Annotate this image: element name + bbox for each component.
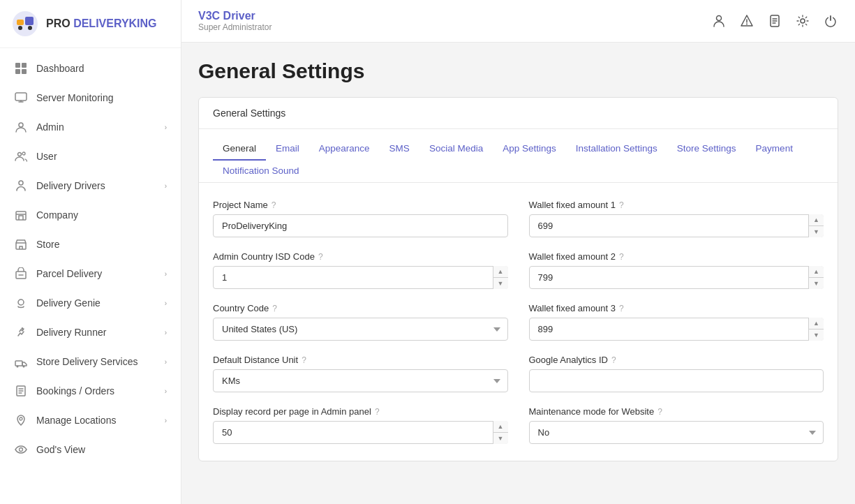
wallet-amount-1-spinner: ▲ ▼ [529, 214, 824, 237]
sidebar-item-dashboard[interactable]: Dashboard [0, 54, 181, 83]
sidebar-item-delivery-runner[interactable]: Delivery Runner › [0, 318, 181, 347]
wallet-amount-3-decrement[interactable]: ▼ [809, 329, 824, 341]
display-record-spinner-btns: ▲ ▼ [493, 421, 508, 444]
runner-icon [14, 325, 28, 339]
maintenance-mode-help-icon[interactable]: ? [657, 407, 662, 417]
admin-isd-help-icon[interactable]: ? [318, 252, 323, 262]
admin-isd-increment[interactable]: ▲ [493, 266, 508, 278]
sidebar-item-label: Delivery Genie [36, 297, 156, 309]
chevron-right-icon: › [165, 329, 167, 336]
sidebar-item-label: Company [36, 209, 167, 221]
gear-header-icon[interactable] [795, 13, 810, 29]
google-analytics-help-icon[interactable]: ? [611, 355, 616, 365]
sidebar-item-bookings-orders[interactable]: Bookings / Orders › [0, 376, 181, 406]
sidebar-item-label: Manage Locations [36, 415, 156, 426]
tab-email[interactable]: Email [266, 138, 309, 161]
svg-point-20 [17, 366, 19, 368]
wallet-amount-1-spinner-btns: ▲ ▼ [808, 214, 824, 237]
svg-point-27 [801, 19, 805, 23]
wallet-amount-2-help-icon[interactable]: ? [619, 252, 624, 262]
chevron-right-icon: › [165, 387, 167, 395]
sidebar-item-company[interactable]: Company [0, 200, 181, 230]
sidebar-item-label: Delivery Runner [36, 327, 156, 338]
admin-isd-input[interactable] [213, 266, 508, 289]
google-analytics-input[interactable] [529, 369, 824, 392]
chevron-right-icon: › [165, 182, 167, 190]
genie-icon [14, 296, 28, 310]
power-header-icon[interactable] [823, 13, 838, 29]
admin-isd-decrement[interactable]: ▼ [493, 278, 508, 289]
tab-social-media[interactable]: Social Media [419, 138, 493, 161]
wallet-amount-3-input[interactable] [529, 318, 824, 341]
tab-store-settings[interactable]: Store Settings [667, 138, 746, 161]
chevron-right-icon: › [165, 270, 167, 278]
wallet-amount-1-input[interactable] [529, 214, 824, 237]
admin-isd-spinner-btns: ▲ ▼ [493, 266, 508, 289]
sidebar-item-label: Bookings / Orders [36, 385, 156, 396]
country-code-label: Country Code ? [213, 303, 508, 313]
display-record-help-icon[interactable]: ? [375, 407, 380, 417]
maintenance-mode-select[interactable]: No Yes [529, 421, 824, 444]
sidebar-item-store-delivery[interactable]: Store Delivery Services › [0, 347, 181, 376]
user-header-icon[interactable] [711, 13, 727, 29]
svg-rect-9 [15, 93, 27, 101]
sidebar-item-admin[interactable]: Admin › [0, 112, 181, 142]
tab-installation-settings[interactable]: Installation Settings [566, 138, 667, 161]
wallet-amount-3-help-icon[interactable]: ? [619, 304, 624, 313]
settings-card-header: General Settings [199, 98, 838, 129]
country-code-help-icon[interactable]: ? [272, 304, 277, 313]
wallet-amount-1-decrement[interactable]: ▼ [809, 226, 824, 237]
wallet-amount-2-input[interactable] [529, 266, 824, 289]
sidebar-item-delivery-genie[interactable]: Delivery Genie › [0, 288, 181, 318]
distance-unit-select[interactable]: KMs Miles [213, 369, 508, 392]
header-left: V3C Driver Super Administrator [198, 10, 272, 32]
display-record-input[interactable] [213, 421, 508, 444]
display-record-label: Display record per page in Admin panel ? [213, 406, 508, 417]
tabs-container: General Email Appearance SMS Social Medi… [199, 129, 838, 183]
svg-rect-5 [15, 63, 20, 68]
svg-point-12 [22, 152, 25, 155]
sidebar-item-user[interactable]: User [0, 142, 181, 171]
admin-isd-label: Admin Country ISD Code ? [213, 251, 508, 262]
location-icon [14, 413, 28, 427]
chevron-right-icon: › [165, 358, 167, 366]
display-record-decrement[interactable]: ▼ [493, 433, 508, 444]
bookings-icon [14, 384, 28, 398]
driver-role: Super Administrator [198, 22, 272, 32]
header: V3C Driver Super Administrator [181, 0, 855, 43]
sidebar-item-manage-locations[interactable]: Manage Locations › [0, 406, 181, 435]
svg-rect-1 [17, 20, 24, 25]
wallet-amount-2-spinner: ▲ ▼ [529, 266, 824, 289]
tab-notification-sound[interactable]: Notification Sound [213, 160, 309, 183]
sidebar-item-gods-view[interactable]: God's View [0, 435, 181, 464]
tab-general[interactable]: General [213, 138, 266, 161]
project-name-input[interactable] [213, 214, 508, 237]
sidebar-item-store[interactable]: Store [0, 230, 181, 259]
tab-appearance[interactable]: Appearance [309, 138, 380, 161]
country-code-select[interactable]: United States (US) United Kingdom (UK) C… [213, 318, 508, 341]
wallet-amount-3-group: Wallet fixed amount 3 ? ▲ ▼ [529, 303, 824, 341]
sidebar-item-label: Store Delivery Services [36, 356, 156, 367]
sidebar-item-server-monitoring[interactable]: Server Monitoring [0, 83, 181, 112]
wallet-amount-1-label: Wallet fixed amount 1 ? [529, 200, 824, 210]
document-header-icon[interactable] [767, 13, 782, 29]
sidebar-item-delivery-drivers[interactable]: Delivery Drivers › [0, 171, 181, 200]
eye-icon [14, 443, 28, 457]
display-record-increment[interactable]: ▲ [493, 421, 508, 433]
admin-isd-spinner: ▲ ▼ [213, 266, 508, 289]
wallet-amount-2-decrement[interactable]: ▼ [809, 278, 824, 289]
project-name-help-icon[interactable]: ? [272, 200, 276, 210]
form-area: Project Name ? Wallet fixed amount 1 ? [199, 183, 838, 461]
sidebar-item-parcel-delivery[interactable]: Parcel Delivery › [0, 259, 181, 288]
wallet-amount-3-increment[interactable]: ▲ [809, 318, 824, 329]
alert-header-icon[interactable] [739, 13, 754, 29]
wallet-amount-1-help-icon[interactable]: ? [619, 200, 624, 210]
chevron-right-icon: › [165, 299, 167, 307]
distance-unit-help-icon[interactable]: ? [302, 355, 306, 365]
tab-sms[interactable]: SMS [380, 138, 419, 161]
wallet-amount-1-increment[interactable]: ▲ [809, 214, 824, 226]
tab-payment[interactable]: Payment [746, 138, 803, 161]
distance-unit-group: Default Distance Unit ? KMs Miles [213, 355, 508, 392]
tab-app-settings[interactable]: App Settings [493, 138, 566, 161]
wallet-amount-2-increment[interactable]: ▲ [809, 266, 824, 278]
